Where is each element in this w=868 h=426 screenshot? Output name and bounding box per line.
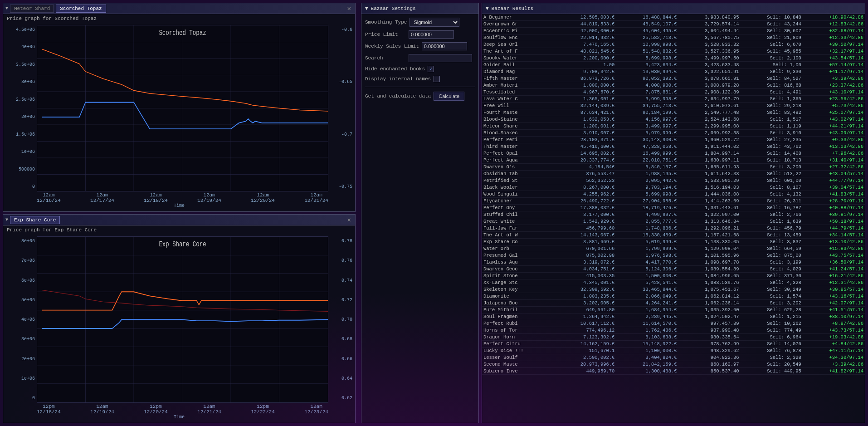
cell-sell-label: Sell: 664,59	[741, 245, 803, 252]
table-row[interactable]: Second Maste 20,973,996.€ 21,842,159.€ 8…	[482, 361, 865, 368]
table-row[interactable]: Lava Water C 1,365,001.€ 3,999,998.€ 2,6…	[482, 96, 865, 103]
table-row[interactable]: Wood Singuli 4,255,962.€ 5,699,998.€ 1,4…	[482, 191, 865, 198]
table-row[interactable]: Great White 1,542,929.€ 2,855,777.€ 1,31…	[482, 218, 865, 225]
table-row[interactable]: Perfect Peri 28,103,371.€ 30,143,900.€ 1…	[482, 137, 865, 143]
cell-name: XX-Large Stc	[482, 279, 554, 286]
table-row[interactable]: Skeleton Key 32,309,592.€ 33,465,844.€ 1…	[482, 286, 865, 293]
cell-c2: 2,095,442.€	[616, 177, 678, 184]
table-row[interactable]: Flycatcher 26,490,722.€ 27,904,985.€ 1,4…	[482, 198, 865, 205]
cell-c1: 87,634,421.€	[554, 109, 616, 116]
tab-exp-share-core[interactable]: Exp Share Core	[10, 216, 60, 224]
table-row[interactable]: Exp Share Co 3,881,669.€ 5,019,999.€ 1,1…	[482, 239, 865, 245]
setting-hide-enchanted: Hide enchanted books ✓	[365, 66, 475, 72]
table-row[interactable]: Fourth Maste 87,634,421.€ 90,184,199.€ 2…	[482, 109, 865, 116]
calculate-button[interactable]: Calculate	[434, 92, 464, 101]
cell-c1: 3,202,005.€	[554, 300, 616, 307]
close-button-1[interactable]: ✕	[346, 5, 353, 12]
select-smoothing[interactable]: Sigmoid Linear None	[410, 18, 459, 27]
input-weekly-sales[interactable]	[422, 42, 467, 50]
table-row[interactable]: Blood-Staine 1,632,053.€ 4,156,997.€ 2,5…	[482, 116, 865, 123]
label-price-limit: Price Limit	[365, 32, 406, 37]
table-row[interactable]: Amber Materi 1,000,000.€ 4,008,980.€ 3,0…	[482, 82, 865, 89]
cell-c3: 978,762.99	[678, 341, 741, 348]
table-row[interactable]: Obsidian Tab 376,553.47 1,988,195.€ 1,61…	[482, 171, 865, 177]
cell-name: Lucky Dice !!!	[482, 348, 554, 354]
table-row[interactable]: Overgrown Gr 44,819,533.€ 48,549,107.€ 3…	[482, 21, 865, 28]
table-row[interactable]: Deep Sea Orl 7,470,165.€ 10,998,998.€ 3,…	[482, 41, 865, 48]
tab-meteor-shard[interactable]: Meteor Shard	[10, 5, 54, 13]
cell-c3: 904,822.36	[678, 354, 741, 361]
cell-sell-diff: +18.90/42.86	[803, 14, 865, 21]
cell-c3: 1,960,529.72	[678, 137, 741, 143]
cell-c1: 649,561.80	[554, 307, 616, 313]
cell-sell-label: Sell: 21,809	[741, 34, 803, 41]
table-row[interactable]: Meteor Sharc 1,200,001.€ 3,499,997.€ 2,2…	[482, 123, 865, 130]
cell-c2: 3,404,824.€	[616, 354, 678, 361]
cell-c3: 1,444,036.08	[678, 191, 741, 198]
table-row[interactable]: Perfect Aqua 20,337,774.€ 22,010,751.€ 1…	[482, 157, 865, 164]
table-row[interactable]: Eccentric Pi 42,000,000.€ 45,604,495.€ 3…	[482, 28, 865, 34]
results-table-container[interactable]: A Beginner 12,505,003.€ 16,488,844.€ 3,9…	[482, 14, 865, 423]
input-price-limit[interactable]	[409, 30, 454, 39]
cell-name: Second Maste	[482, 361, 554, 368]
close-button-2[interactable]: ✕	[346, 216, 353, 224]
table-row[interactable]: Soul Fragmen 1,264,942.€ 2,289,445.€ 1,0…	[482, 313, 865, 320]
table-row[interactable]: The Art of F 48,021,545.€ 51,548,882.€ 3…	[482, 48, 865, 55]
table-row[interactable]: Pure Mithril 649,561.80 1,684,954.€ 1,03…	[482, 307, 865, 313]
chart2-xaxis-6: 12am 12/23/24	[304, 404, 328, 415]
table-row[interactable]: Fifth Master 86,973,726.€ 90,052,392.€ 3…	[482, 75, 865, 82]
cell-c3: 3,567,780.75	[678, 34, 741, 41]
cell-sell-diff: +13.10/42.86	[803, 239, 865, 245]
table-row[interactable]: Petrified St 562,352.23 2,095,442.€ 1,53…	[482, 177, 865, 184]
cell-name: Flawless Aqu	[482, 259, 554, 266]
table-row[interactable]: Lucky Dice !!! 151,670.1 1,100,000.€ 948…	[482, 348, 865, 354]
cell-c1: 1,365,001.€	[554, 96, 616, 103]
checkbox-display-internal[interactable]	[434, 76, 440, 82]
cell-c2: 8,103,638.€	[616, 334, 678, 341]
table-row[interactable]: Tessellated 4,967,670.€ 7,875,881.€ 2,90…	[482, 89, 865, 96]
checkbox-hide-enchanted[interactable]: ✓	[428, 66, 434, 72]
table-row[interactable]: Soulflow Enc 22,014,932.€ 25,582,713.€ 3…	[482, 34, 865, 41]
table-row[interactable]: Dragon Horn 7,123,302.€ 8,103,638.€ 980,…	[482, 334, 865, 341]
cell-c3: 2,908,122.89	[678, 89, 741, 96]
table-row[interactable]: Golden Ball 1.00 3,423,634.€ 3,423,633.4…	[482, 62, 865, 69]
table-row[interactable]: Spirit Stone 415,003.35 1,500,000.€ 1,08…	[482, 273, 865, 279]
table-row[interactable]: Stuffed Chil 3,177,000.€ 4,499,997.€ 1,3…	[482, 211, 865, 218]
label-display-internal: Display internal names	[365, 76, 431, 82]
input-search[interactable]	[409, 54, 472, 62]
cell-c2: 1,976,598.€	[616, 252, 678, 259]
table-row[interactable]: Third Master 45,416,600.€ 47,328,058.€ 1…	[482, 143, 865, 150]
cell-sell-diff: +30.85/57.14	[803, 286, 865, 293]
cell-c2: 4,264,241.€	[616, 300, 678, 307]
table-row[interactable]: Perfect Ony 17,388,032.€ 18,719,476.€ 1,…	[482, 205, 865, 211]
cell-sell-diff: +36.50/97.14	[803, 259, 865, 266]
table-row[interactable]: Jalapeno Boc 3,202,005.€ 4,264,241.€ 1,0…	[482, 300, 865, 307]
table-row[interactable]: Dwarven Geoc 4,034,751.€ 5,124,306.€ 1,0…	[482, 266, 865, 273]
table-row[interactable]: Presumed Gal 875,002.98 1,976,598.€ 1,10…	[482, 252, 865, 259]
table-row[interactable]: Perfect Opal 14,695,002.€ 16,499,999.€ 1…	[482, 150, 865, 157]
table-row[interactable]: Lesser Soulf 2,500,002.€ 3,404,824.€ 904…	[482, 354, 865, 361]
table-row[interactable]: Flawless Aqu 3,319,072.€ 4,417,770.€ 1,0…	[482, 259, 865, 266]
cell-c1: 4,967,670.€	[554, 89, 616, 96]
table-row[interactable]: Dwarven O's 4,184,54€ 5,840,157.€ 1,655,…	[482, 164, 865, 171]
table-row[interactable]: Water Orb 670,001.66 1,799,999.€ 1,129,9…	[482, 245, 865, 252]
cell-sell-label: Sell: 45,955	[741, 48, 803, 55]
tab-scorched-topaz[interactable]: Scorched Topaz	[56, 5, 106, 13]
table-row[interactable]: XX-Large Stc 4,345,001.€ 5,428,541.€ 1,0…	[482, 279, 865, 286]
table-row[interactable]: Blood-Soakec 3,910,007.€ 5,979,999.€ 2,0…	[482, 130, 865, 137]
cell-c1: 1,200,001.€	[554, 123, 616, 130]
cell-c3: 1,098,697.78	[678, 259, 741, 266]
cell-name: Dwarven Geoc	[482, 266, 554, 273]
table-row[interactable]: Black Wooler 8,267,000.€ 9,783,194.€ 1,5…	[482, 184, 865, 191]
table-row[interactable]: Perfect Rubi 10,617,112.€ 11,614,570.€ 9…	[482, 320, 865, 327]
table-row[interactable]: Diamonite 1,003,235.€ 2,066,049.€ 1,062,…	[482, 293, 865, 300]
table-row[interactable]: Full-Jaw Far 456,799.60 1,748,886.€ 1,29…	[482, 225, 865, 232]
table-row[interactable]: Spooky Water 2,200,000.€ 5,699,998.€ 3,4…	[482, 55, 865, 62]
table-row[interactable]: The Art of W 14,143,067.€ 15,330,489.€ 1…	[482, 232, 865, 239]
table-row[interactable]: Subzero Inve 449,959.70 1,300,488.€ 850,…	[482, 368, 865, 375]
table-row[interactable]: Perfect Citru 14,162,159.€ 15,148,922.€ …	[482, 341, 865, 348]
table-row[interactable]: Free Will 32,144,039.€ 34,755,713.€ 2,61…	[482, 103, 865, 109]
table-row[interactable]: Horns of Tor 774,496.12 1,762,486.€ 987,…	[482, 327, 865, 334]
table-row[interactable]: Diamond Mag 9,708,342.€ 13,030,994.€ 3,3…	[482, 69, 865, 75]
table-row[interactable]: A Beginner 12,505,003.€ 16,488,844.€ 3,9…	[482, 14, 865, 21]
